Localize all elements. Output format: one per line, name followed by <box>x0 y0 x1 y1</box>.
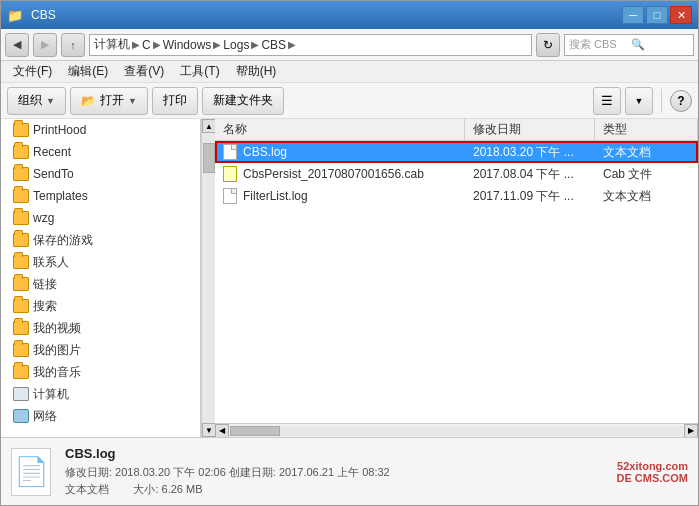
file-name-cbspersist: CbsPersist_20170807001656.cab <box>215 163 465 185</box>
status-doc-icon: 📄 <box>14 455 49 488</box>
maximize-button[interactable]: □ <box>646 6 668 24</box>
address-path[interactable]: 计算机 ▶ C ▶ Windows ▶ Logs ▶ CBS ▶ <box>89 34 532 56</box>
sidebar-item-contacts[interactable]: 联系人 <box>1 251 200 273</box>
file-name-cbs-log: CBS.log <box>215 141 465 163</box>
sidebar-item-music[interactable]: 我的音乐 <box>1 361 200 383</box>
address-bar: ◀ ▶ ↑ 计算机 ▶ C ▶ Windows ▶ Logs ▶ CBS ▶ ↻… <box>1 29 698 61</box>
col-header-type[interactable]: 类型 <box>595 119 698 140</box>
folder-icon <box>13 255 29 269</box>
toolbar-separator <box>661 89 662 113</box>
sidebar-item-printhood[interactable]: PrintHood <box>1 119 200 141</box>
path-c: C <box>142 38 151 52</box>
close-button[interactable]: ✕ <box>670 6 692 24</box>
file-name-filterlist: FilterList.log <box>215 185 465 207</box>
folder-icon <box>13 365 29 379</box>
folder-icon <box>13 189 29 203</box>
help-button[interactable]: ? <box>670 90 692 112</box>
folder-icon <box>13 233 29 247</box>
h-scroll-right-button[interactable]: ▶ <box>684 424 698 438</box>
folder-icon <box>13 145 29 159</box>
title-bar: 📁 CBS ─ □ ✕ <box>1 1 698 29</box>
sidebar-item-sendto[interactable]: SendTo <box>1 163 200 185</box>
folder-icon <box>13 211 29 225</box>
menu-help[interactable]: 帮助(H) <box>228 61 285 82</box>
open-icon: 📂 <box>81 94 96 108</box>
sidebar-item-network[interactable]: 网络 <box>1 405 200 427</box>
file-date-cbs-log: 2018.03.20 下午 ... <box>465 141 595 163</box>
refresh-button[interactable]: ↻ <box>536 33 560 57</box>
path-logs: Logs <box>223 38 249 52</box>
status-info: CBS.log 修改日期: 2018.03.20 下午 02:06 创建日期: … <box>65 446 603 497</box>
cab-icon <box>223 166 237 182</box>
h-scroll-left-button[interactable]: ◀ <box>215 424 229 438</box>
folder-icon <box>13 123 29 137</box>
minimize-button[interactable]: ─ <box>622 6 644 24</box>
scroll-up-button[interactable]: ▲ <box>202 119 216 133</box>
file-date-cbspersist: 2017.08.04 下午 ... <box>465 163 595 185</box>
folder-icon <box>13 277 29 291</box>
up-button[interactable]: ↑ <box>61 33 85 57</box>
file-row-cbs-log[interactable]: CBS.log 2018.03.20 下午 ... 文本文档 <box>215 141 698 163</box>
toolbar: 组织 ▼ 📂 打开 ▼ 打印 新建文件夹 ☰ ▼ ? <box>1 83 698 119</box>
h-scroll-track <box>230 426 683 436</box>
back-button[interactable]: ◀ <box>5 33 29 57</box>
folder-icon <box>13 321 29 335</box>
watermark-line1: 52xitong.com <box>617 460 689 472</box>
sidebar-item-videos[interactable]: 我的视频 <box>1 317 200 339</box>
scroll-thumb[interactable] <box>203 143 215 173</box>
horizontal-scrollbar[interactable]: ◀ ▶ <box>215 423 698 437</box>
search-icon: 🔍 <box>631 38 689 51</box>
left-panel: PrintHood Recent SendTo Templates wzg 保存… <box>1 119 201 437</box>
file-list: CBS.log 2018.03.20 下午 ... 文本文档 CbsPersis… <box>215 141 698 423</box>
file-row-filterlist[interactable]: FilterList.log 2017.11.09 下午 ... 文本文档 <box>215 185 698 207</box>
new-folder-button[interactable]: 新建文件夹 <box>202 87 284 115</box>
main-content: PrintHood Recent SendTo Templates wzg 保存… <box>1 119 698 437</box>
path-cbs: CBS <box>261 38 286 52</box>
watermark-line2: DE CMS.COM <box>617 472 689 484</box>
h-scroll-thumb[interactable] <box>230 426 280 436</box>
menu-file[interactable]: 文件(F) <box>5 61 60 82</box>
organize-button[interactable]: 组织 ▼ <box>7 87 66 115</box>
sidebar-item-savedgames[interactable]: 保存的游戏 <box>1 229 200 251</box>
menu-edit[interactable]: 编辑(E) <box>60 61 116 82</box>
network-icon <box>13 409 29 423</box>
left-panel-scrollbar[interactable]: ▲ ▼ <box>201 119 215 437</box>
sidebar-item-computer[interactable]: 计算机 <box>1 383 200 405</box>
open-button[interactable]: 📂 打开 ▼ <box>70 87 148 115</box>
sidebar-item-wzg[interactable]: wzg <box>1 207 200 229</box>
status-file-icon: 📄 <box>11 448 51 496</box>
status-size: 大小: 6.26 MB <box>133 483 202 495</box>
menu-view[interactable]: 查看(V) <box>116 61 172 82</box>
file-type-filterlist: 文本文档 <box>595 185 698 207</box>
forward-button[interactable]: ▶ <box>33 33 57 57</box>
col-header-name[interactable]: 名称 <box>215 119 465 140</box>
doc-icon <box>223 144 237 160</box>
file-type-cbs-log: 文本文档 <box>595 141 698 163</box>
title-buttons: ─ □ ✕ <box>622 6 692 24</box>
sidebar-item-searches[interactable]: 搜索 <box>1 295 200 317</box>
status-detail: 修改日期: 2018.03.20 下午 02:06 创建日期: 2017.06.… <box>65 465 603 480</box>
doc-icon <box>223 188 237 204</box>
sidebar-item-templates[interactable]: Templates <box>1 185 200 207</box>
watermark: 52xitong.com DE CMS.COM <box>617 460 689 484</box>
print-button[interactable]: 打印 <box>152 87 198 115</box>
sidebar-item-recent[interactable]: Recent <box>1 141 200 163</box>
file-row-cbspersist[interactable]: CbsPersist_20170807001656.cab 2017.08.04… <box>215 163 698 185</box>
scroll-down-button[interactable]: ▼ <box>202 423 216 437</box>
file-list-header: 名称 修改日期 类型 <box>215 119 698 141</box>
status-filename: CBS.log <box>65 446 603 461</box>
search-placeholder: 搜索 CBS <box>569 37 627 52</box>
view-details-button[interactable]: ☰ <box>593 87 621 115</box>
main-window: 📁 CBS ─ □ ✕ ◀ ▶ ↑ 计算机 ▶ C ▶ Windows ▶ Lo… <box>0 0 699 506</box>
folder-icon <box>13 299 29 313</box>
computer-icon <box>13 387 29 401</box>
status-bar: 📄 CBS.log 修改日期: 2018.03.20 下午 02:06 创建日期… <box>1 437 698 505</box>
sidebar-item-pictures[interactable]: 我的图片 <box>1 339 200 361</box>
folder-icon <box>13 343 29 357</box>
col-header-date[interactable]: 修改日期 <box>465 119 595 140</box>
menu-tools[interactable]: 工具(T) <box>172 61 227 82</box>
search-box[interactable]: 搜索 CBS 🔍 <box>564 34 694 56</box>
sidebar-item-links[interactable]: 链接 <box>1 273 200 295</box>
view-dropdown-button[interactable]: ▼ <box>625 87 653 115</box>
organize-arrow-icon: ▼ <box>46 96 55 106</box>
